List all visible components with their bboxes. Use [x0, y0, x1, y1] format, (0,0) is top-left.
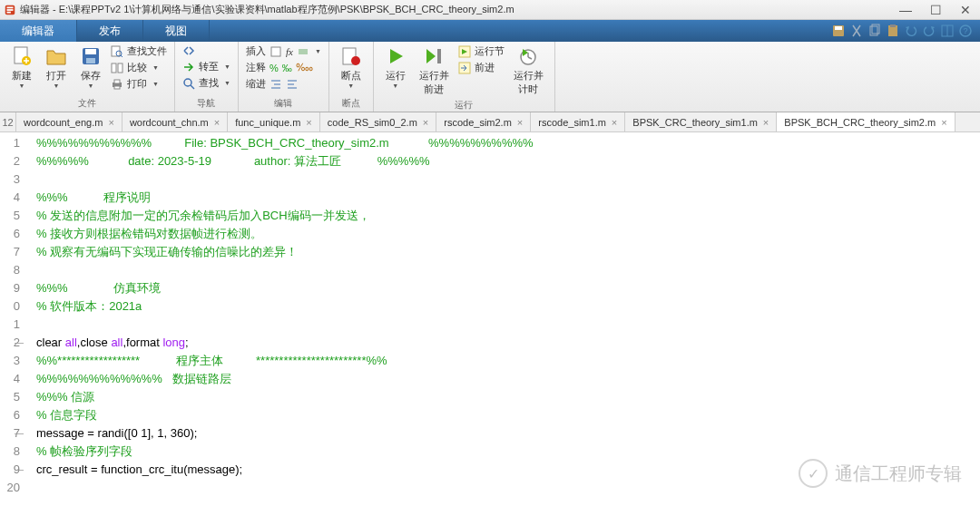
comment-button[interactable]: 注释 % ‰ ‱ [244, 60, 323, 75]
code-line[interactable]: %%****************** 程序主体 **************… [36, 352, 980, 370]
close-icon[interactable]: × [941, 117, 946, 128]
editor-area: 123456789012345678920 %%%%%%%%%%% File: … [0, 132, 980, 506]
undo-icon[interactable] [904, 24, 918, 38]
file-tab[interactable]: code_RS_sim0_2.m× [320, 112, 437, 131]
find-files-button[interactable]: 查找文件 [109, 44, 169, 59]
file-tab[interactable]: BPSK_BCH_CRC_theory_sim2.m× [777, 112, 955, 131]
svg-line-21 [121, 55, 122, 57]
find-button[interactable]: 查找▼ [181, 75, 232, 91]
file-tab-label: func_unique.m [235, 117, 300, 128]
advance-button[interactable]: 前进 [456, 60, 506, 75]
chevron-down-icon: ▼ [348, 83, 354, 89]
code-line[interactable]: clear all,close all,format long; [36, 334, 980, 352]
chevron-down-icon: ▼ [152, 81, 159, 87]
code-line[interactable]: % 信息字段 [36, 406, 980, 424]
line-number: 1 [0, 134, 20, 152]
file-tab[interactable]: wordcount_chn.m× [122, 112, 228, 131]
redo-icon[interactable] [922, 24, 936, 38]
print-icon [111, 78, 123, 91]
code-line[interactable]: crc_result = function_crc_itu(message); [36, 461, 980, 479]
advance-icon [458, 62, 471, 74]
code-line[interactable]: %%%%%%%%%%% File: BPSK_BCH_CRC_theory_si… [36, 134, 980, 152]
chevron-down-icon: ▼ [152, 64, 159, 71]
file-tab-label: BPSK_CRC_theory_sim1.m [632, 117, 758, 128]
copy-icon[interactable] [867, 24, 882, 38]
print-button[interactable]: 打印▼ [109, 76, 169, 92]
breakpoint-icon [340, 45, 362, 67]
ribbon-tab-editor[interactable]: 编辑器 [0, 20, 77, 42]
close-icon[interactable]: × [214, 117, 220, 128]
code-line[interactable]: %%%%% date: 2023-5-19 author: 算法工匠 %%%%% [36, 152, 980, 170]
file-tab[interactable]: rscode_sim1.m× [531, 112, 625, 131]
save-disk-icon [80, 45, 102, 67]
group-label-run: 运行 [379, 98, 549, 112]
ribbon-tab-view[interactable]: 视图 [143, 20, 210, 42]
ribbon-group-edit: 插入 fx ▼ 注释 % ‰ ‱ 缩进 编辑 [239, 42, 329, 112]
svg-rect-9 [890, 24, 896, 27]
code-line[interactable] [36, 261, 980, 279]
code-line[interactable]: %%%%%%%%%%%% 数据链路层 [36, 370, 980, 388]
run-icon [385, 45, 407, 67]
code-line[interactable]: % 发送的信息附加一定的冗余检错码后加入BCH编码一并发送， [36, 207, 980, 225]
quick-access-toolbar: ? [831, 20, 980, 42]
chevron-down-icon: ▼ [315, 48, 321, 54]
minimize-button[interactable]: — [894, 3, 917, 17]
code-editor[interactable]: %%%%%%%%%%% File: BPSK_BCH_CRC_theory_si… [25, 132, 980, 506]
line-number: 6 [0, 406, 20, 424]
close-icon[interactable]: × [612, 117, 617, 128]
insert-section-icon [270, 45, 282, 58]
help-icon[interactable]: ? [958, 24, 973, 38]
window-controls: — ☐ ✕ [894, 3, 976, 17]
close-icon[interactable]: × [306, 117, 311, 128]
code-line[interactable]: % 观察有无编码下实现正确传输的信噪比的差异！ [36, 243, 980, 261]
run-section-icon [458, 45, 471, 58]
compare-button[interactable]: 比较▼ [109, 60, 169, 75]
file-tab[interactable]: func_unique.m× [228, 112, 320, 131]
file-tab[interactable]: BPSK_CRC_theory_sim1.m× [625, 112, 777, 131]
file-tab[interactable]: wordcount_eng.m× [16, 112, 122, 131]
run-advance-button[interactable]: 运行并 前进 [414, 44, 455, 98]
close-icon[interactable]: × [108, 117, 113, 128]
close-icon[interactable]: × [517, 117, 523, 128]
code-line[interactable]: %%% 程序说明 [36, 189, 980, 207]
code-line[interactable]: % 接收方则根据检错码对数据帧进行检测。 [36, 225, 980, 243]
code-line[interactable] [36, 170, 980, 189]
code-line[interactable]: % 软件版本：2021a [36, 297, 980, 316]
code-line[interactable]: % 帧检验序列字段 [36, 443, 980, 461]
indent-icon [270, 78, 282, 91]
save-icon[interactable] [831, 24, 846, 38]
goto-button[interactable]: 转至▼ [181, 59, 232, 74]
code-line[interactable]: message = randi([0 1], 1, 360); [36, 424, 980, 443]
line-number-toggle[interactable]: 12 [0, 112, 16, 131]
line-number: 4 [0, 370, 20, 388]
run-section-button[interactable]: 运行节 [456, 44, 506, 59]
cut-icon[interactable] [849, 24, 864, 38]
open-button[interactable]: 打开▼ [40, 44, 73, 91]
ribbon-group-file: 新建▼ 打开▼ 保存▼ 查找文件 比较▼ 打印▼ 文件 [0, 42, 175, 112]
code-line[interactable] [36, 479, 980, 497]
insert-button[interactable]: 插入 fx ▼ [244, 44, 323, 59]
chevron-down-icon: ▼ [19, 83, 25, 89]
save-button[interactable]: 保存▼ [74, 44, 107, 91]
new-file-icon [11, 45, 33, 67]
ribbon-tab-publish[interactable]: 发布 [77, 20, 143, 42]
close-icon[interactable]: × [423, 117, 428, 128]
chevron-down-icon: ▼ [54, 83, 60, 89]
indent-button[interactable]: 缩进 [244, 76, 323, 92]
code-line[interactable] [36, 316, 980, 334]
close-button[interactable]: ✕ [955, 3, 976, 17]
close-icon[interactable]: × [763, 117, 769, 128]
breakpoints-button[interactable]: 断点▼ [335, 44, 368, 91]
maximize-button[interactable]: ☐ [925, 3, 947, 17]
code-line[interactable]: %%% 信源 [36, 388, 980, 406]
code-line[interactable]: %%% 仿真环境 [36, 279, 980, 297]
file-tab[interactable]: rscode_sim2.m× [436, 112, 531, 131]
open-folder-icon [45, 45, 67, 67]
new-button[interactable]: 新建▼ [5, 44, 38, 91]
layout-icon[interactable] [940, 24, 955, 38]
paste-icon[interactable] [886, 24, 900, 38]
run-button[interactable]: 运行▼ [379, 44, 412, 91]
nav-arrows[interactable] [181, 44, 232, 58]
run-time-button[interactable]: 运行并 计时 [508, 44, 549, 98]
run-time-icon [517, 45, 539, 67]
